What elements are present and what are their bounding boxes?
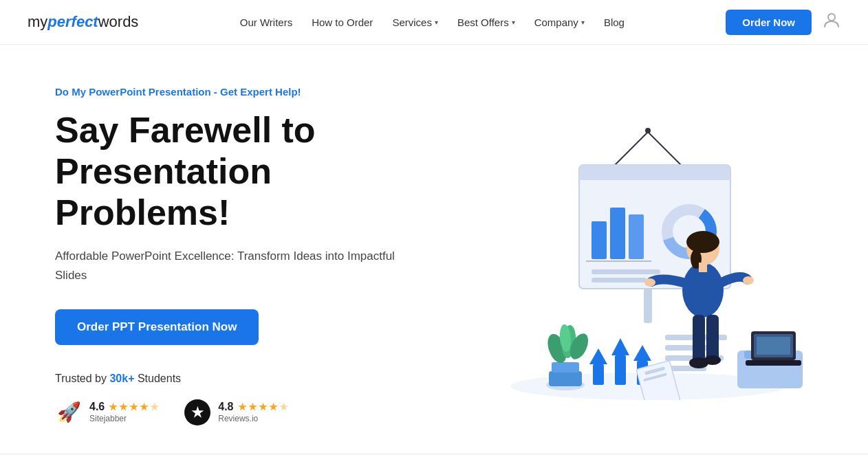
nav-our-writers[interactable]: Our Writers <box>240 16 292 28</box>
reviewsio-icon: ★ <box>184 399 211 426</box>
order-now-button[interactable]: Order Now <box>726 10 812 35</box>
hero-svg <box>483 111 813 400</box>
svg-marker-18 <box>589 348 607 364</box>
svg-line-2 <box>614 132 648 166</box>
svg-rect-42 <box>757 337 790 355</box>
company-dropdown-arrow: ▾ <box>581 19 585 26</box>
logo-my: my <box>28 13 47 31</box>
svg-rect-19 <box>593 364 604 385</box>
svg-point-0 <box>828 14 835 21</box>
site-logo[interactable]: myperfectwords <box>28 13 138 31</box>
svg-marker-20 <box>611 338 629 355</box>
nav-company[interactable]: Company ▾ <box>534 16 585 28</box>
sitejabber-score: 4.6 ★ ★ ★ ★ ★ <box>89 401 159 413</box>
star-4: ★ <box>140 401 149 412</box>
trust-text: Trusted by 30k+ Students <box>55 373 468 385</box>
svg-rect-16 <box>592 278 647 282</box>
reviewsio-badge-icon: ★ <box>184 399 210 425</box>
svg-marker-22 <box>633 345 651 361</box>
svg-rect-7 <box>579 172 730 180</box>
svg-point-4 <box>645 128 651 133</box>
sitejabber-icon: 🚀 <box>55 399 83 426</box>
logo-perfect: perfect <box>47 13 98 31</box>
trust-suffix: Students <box>134 373 181 384</box>
svg-rect-30 <box>552 362 579 373</box>
star-5: ★ <box>279 401 288 412</box>
hero-content: Do My PowerPoint Presentation - Get Expe… <box>55 86 468 426</box>
star-3: ★ <box>259 401 268 412</box>
nav-services[interactable]: Services ▾ <box>392 16 438 28</box>
svg-rect-17 <box>644 289 652 323</box>
svg-rect-43 <box>746 360 801 366</box>
nav-best-offers[interactable]: Best Offers ▾ <box>457 16 515 28</box>
trust-prefix: Trusted by <box>55 373 109 384</box>
sitejabber-number: 4.6 <box>89 401 105 413</box>
svg-rect-48 <box>699 263 707 272</box>
svg-rect-10 <box>629 214 644 259</box>
star-1: ★ <box>238 401 247 412</box>
sitejabber-stars: ★ ★ ★ ★ ★ <box>109 401 159 412</box>
star-2: ★ <box>119 401 128 412</box>
user-account-icon[interactable] <box>823 11 840 33</box>
rocket-icon: 🚀 <box>57 401 81 423</box>
hero-title: Say Farewell to Presentation Problems! <box>55 110 468 233</box>
nav-services-label: Services <box>392 16 432 28</box>
svg-rect-9 <box>610 208 625 259</box>
star-5: ★ <box>150 401 159 412</box>
sitejabber-rating: 🚀 4.6 ★ ★ ★ ★ ★ <box>55 399 159 426</box>
svg-rect-21 <box>615 355 626 385</box>
reviewsio-stars: ★ ★ ★ ★ ★ <box>238 401 288 412</box>
header-right: Order Now <box>726 10 840 35</box>
services-dropdown-arrow: ▾ <box>435 19 438 26</box>
hero-title-line2: Problems! <box>55 192 230 232</box>
logo-words: words <box>98 13 139 31</box>
reviewsio-rating: ★ 4.8 ★ ★ ★ ★ ★ <box>184 399 287 426</box>
svg-rect-15 <box>592 269 660 274</box>
trust-section: Trusted by 30k+ Students 🚀 4.6 ★ ★ <box>55 373 468 426</box>
svg-rect-8 <box>592 221 607 259</box>
nav-best-offers-label: Best Offers <box>457 16 509 28</box>
order-ppt-button[interactable]: Order PPT Presentation Now <box>55 309 259 345</box>
star-2: ★ <box>248 401 257 412</box>
star-3: ★ <box>129 401 138 412</box>
hero-section: Do My PowerPoint Presentation - Get Expe… <box>0 45 868 454</box>
sitejabber-details: 4.6 ★ ★ ★ ★ ★ Sitejabber <box>89 401 159 423</box>
site-header: myperfectwords Our Writers How to Order … <box>0 0 868 45</box>
star-4: ★ <box>269 401 278 412</box>
nav-blog[interactable]: Blog <box>604 16 625 28</box>
hero-tagline: Do My PowerPoint Presentation - Get Expe… <box>55 86 468 98</box>
star-1: ★ <box>109 401 118 412</box>
hero-title-line1: Say Farewell to Presentation <box>55 110 316 191</box>
main-nav: Our Writers How to Order Services ▾ Best… <box>240 16 625 28</box>
hero-subtitle: Affordable PowerPoint Excellence: Transf… <box>55 247 413 284</box>
svg-point-46 <box>686 231 719 253</box>
svg-point-49 <box>644 278 655 287</box>
ratings-row: 🚀 4.6 ★ ★ ★ ★ ★ <box>55 399 468 426</box>
nav-how-to-order[interactable]: How to Order <box>312 16 373 28</box>
svg-line-3 <box>648 132 682 166</box>
svg-rect-29 <box>549 371 582 386</box>
best-offers-dropdown-arrow: ▾ <box>512 19 515 26</box>
trust-highlight: 30k+ <box>109 373 134 384</box>
reviewsio-score: 4.8 ★ ★ ★ ★ ★ <box>218 401 287 413</box>
reviewsio-details: 4.8 ★ ★ ★ ★ ★ Reviews.io <box>218 401 287 423</box>
svg-rect-51 <box>693 315 705 363</box>
bottom-divider <box>0 454 868 454</box>
sitejabber-label: Sitejabber <box>89 414 159 423</box>
reviewsio-label: Reviews.io <box>218 414 287 423</box>
reviewsio-number: 4.8 <box>218 401 233 413</box>
hero-illustration <box>483 111 813 400</box>
svg-point-54 <box>704 355 721 365</box>
nav-company-label: Company <box>534 16 578 28</box>
svg-point-50 <box>743 276 754 285</box>
